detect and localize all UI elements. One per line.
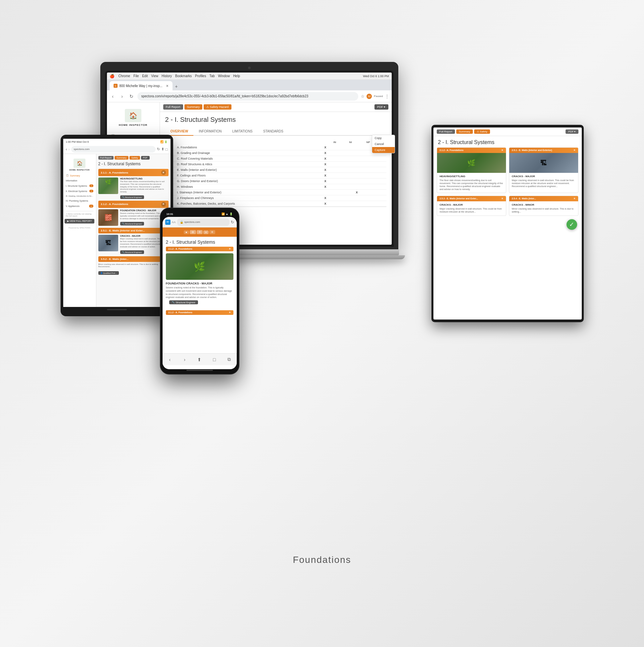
tablet-bookmark-btn[interactable]: □ (165, 147, 168, 151)
table-row: 2.5E. Walls (Interior and Exterior) X (165, 167, 386, 173)
copy-item[interactable]: Copy (372, 135, 392, 141)
tablet-screen: ‹ › spectora.com ↻ ⬆ □ 🏠 (63, 145, 170, 307)
tablet-share-btn[interactable]: ⬆ (161, 147, 164, 151)
menu-bookmarks[interactable]: Bookmarks (175, 74, 192, 78)
tablet-nav-hvac[interactable]: III. Heating, introduction & Air... (63, 194, 96, 198)
dt-img-content-2: 🏗 (509, 153, 578, 173)
tablet-structural-eng-btn-1[interactable]: 🔧 Structural Engineer (120, 195, 144, 199)
tablet-pdf-btn[interactable]: PDF (141, 156, 150, 160)
tablet-nav-appliances[interactable]: V. Appliances ⚠ (63, 203, 96, 209)
reload-btn[interactable]: ↻ (128, 94, 135, 99)
view-full-report-btn[interactable]: ▶ VIEW FULL REPORT (65, 219, 95, 223)
tablet-card-cracks-major: 🏗 CRACKS - MAJOR Major cracking observed… (98, 235, 168, 254)
menu-history[interactable]: History (161, 74, 172, 78)
dt-card-close-4: ✕ (573, 197, 575, 200)
phone-tabs-nav[interactable]: ⧉ (223, 354, 235, 366)
tab-standards[interactable]: STANDARDS (258, 128, 289, 136)
tablet-structural-eng-btn-2[interactable]: 🔧 Structural Engineer (120, 222, 144, 225)
tab-title: 800 Michelle Way | my-insp... (120, 84, 162, 88)
full-report-btn[interactable]: Full Report (163, 104, 183, 110)
dt-card-body-2: CRACKS - MAJOR Major cracking observed i… (509, 173, 578, 190)
address-input[interactable] (137, 92, 359, 101)
tablet-forward-btn[interactable]: › (69, 147, 70, 152)
tablet-full-report-btn[interactable]: Full Report (98, 156, 114, 160)
menu-window[interactable]: Window (218, 74, 230, 78)
menu-view[interactable]: View (151, 74, 158, 78)
tablet-card-img-cracks-major: 🏗 (98, 235, 118, 251)
tablet-nav-electrical[interactable]: II. Electrical Systems 1 (63, 189, 96, 194)
menu-profiles[interactable]: Profiles (195, 74, 206, 78)
tablet-nav-summary[interactable]: 📋 Summary (63, 173, 96, 178)
dt-pdf-btn[interactable]: PDF ▾ (566, 130, 578, 134)
tab-limitations[interactable]: LIMITATIONS (227, 128, 258, 136)
context-menu: Copy Cancel Capture (372, 135, 392, 153)
tablet-nav-structural[interactable]: I. Structural Systems 1 (63, 183, 96, 189)
tablet-nav-information[interactable]: Information (63, 178, 96, 183)
tablet-house-icon: 🏠 (73, 159, 85, 168)
menu-edit[interactable]: Edit (142, 74, 148, 78)
phone-tab-btn-4[interactable]: A (203, 230, 209, 234)
phone-specialist-btn[interactable]: 🔧 Structural Engineer (169, 300, 198, 304)
tablet-url-bar[interactable]: spectora.com (71, 146, 156, 153)
dt-safety-btn[interactable]: ⚠ Safety (474, 130, 490, 134)
tablet-home-bar[interactable] (107, 309, 127, 310)
menu-chrome[interactable]: Chrome (119, 74, 131, 78)
extensions-icon[interactable]: ⋮ (385, 94, 389, 99)
phone-specialist-label: Structural Engineer (176, 301, 196, 304)
tab-close-btn[interactable]: ✕ (166, 84, 168, 88)
menu-tab[interactable]: Tab (209, 74, 215, 78)
phone-forward-nav[interactable]: › (179, 354, 191, 366)
phone-tab-btn-5[interactable]: ⊞ (209, 230, 215, 234)
profile-icon[interactable]: M (366, 94, 372, 99)
tablet-status-bar: 1:00 PM Wed Oct 6 📶 🔋 (63, 139, 170, 145)
back-btn[interactable]: ‹ (110, 94, 116, 99)
chrome-tab[interactable]: S 800 Michelle Way | my-insp... ✕ (110, 81, 172, 90)
dt-card-label-4: 2.5.4 - E. Walls (Inter... (512, 197, 536, 200)
paused-badge: Paused (374, 95, 383, 98)
phone-bookmark-nav[interactable]: □ (208, 354, 220, 366)
tablet-back-btn[interactable]: ‹ (66, 147, 67, 152)
dt-full-report-btn[interactable]: Full Report (437, 130, 455, 134)
phone-section-2-label: 2.1.2 - A. Foundations (168, 311, 192, 314)
new-tab-btn[interactable]: + (174, 82, 179, 90)
foundation-plant-icon: 🌿 (100, 179, 117, 185)
phone-tab-btn-3[interactable]: ☰ (197, 230, 203, 234)
tablet-summary-btn[interactable]: Summary (115, 156, 129, 160)
tablet-status-icons: 📶 🔋 (160, 140, 167, 143)
tablet-reload-btn[interactable]: ↻ (157, 147, 160, 151)
dt-card-img-1: 🌿 (437, 153, 506, 173)
phone-lock-icon: 🔒 (180, 221, 184, 224)
tablet-engineer-btn[interactable]: 🔧 Structural Engineer (120, 250, 144, 254)
phone-img-overlay: 🌿 (166, 253, 233, 280)
menu-help[interactable]: Help (233, 74, 240, 78)
safety-btn[interactable]: ⚠ Safety Hazard (204, 104, 231, 110)
phone-bottom-nav: ‹ › ⬆ □ ⧉ (162, 353, 237, 365)
tab-information[interactable]: INFORMATION (193, 128, 227, 136)
phone-url-bar[interactable]: 🔒 spectora.com (177, 219, 229, 226)
phone-refresh-btn[interactable]: ↻ (231, 220, 234, 224)
tablet-walls-2-label: 3.5.2 - E. Walls (Inter... (101, 258, 129, 261)
capture-item[interactable]: Capture (372, 147, 392, 153)
tablet-section-close-2: ✕ (161, 202, 166, 207)
tablet-qualified-btn[interactable]: 👤 Qualified Prof... (98, 271, 119, 275)
summary-btn[interactable]: Summary (185, 104, 203, 110)
phone-back-nav[interactable]: ‹ (164, 354, 176, 366)
report-toolbar: Full Report Summary ⚠ Safety Hazard PDF … (160, 102, 392, 112)
tablet-safety-btn[interactable]: Safety (130, 156, 140, 160)
dt-summary-btn[interactable]: Summary (456, 130, 473, 134)
phone-share-nav[interactable]: ⬆ (193, 354, 205, 366)
menu-file[interactable]: File (133, 74, 139, 78)
dt-card-walls-2: 2.5.3 - E. Walls (Interior and Exter... … (437, 196, 506, 216)
tablet-logo-text: HOME INSPECTOR (65, 169, 94, 171)
phone-tab-btn-2[interactable]: ▤ (190, 230, 196, 234)
cancel-item[interactable]: Cancel (372, 141, 392, 147)
tablet-nav-plumbing[interactable]: IV. Plumbing Systems (63, 198, 96, 203)
dt-cards-grid-1: 2.1.2 - A. Foundations ✕ 🌿 HEAVING/SETTL… (433, 147, 582, 193)
tablet-content: 🏠 HOME INSPECTOR 📋 Summary Information (63, 154, 170, 307)
forward-btn[interactable]: › (119, 94, 126, 99)
pdf-btn[interactable]: PDF ▾ (374, 104, 388, 110)
bookmark-icon[interactable]: ☆ (361, 94, 365, 99)
tablet-appliances-label: V. Appliances (66, 205, 80, 207)
phone-tab-btn-1[interactable]: ■ (184, 230, 189, 234)
view-full-report-btn-area: ▶ VIEW FULL REPORT (63, 219, 96, 223)
